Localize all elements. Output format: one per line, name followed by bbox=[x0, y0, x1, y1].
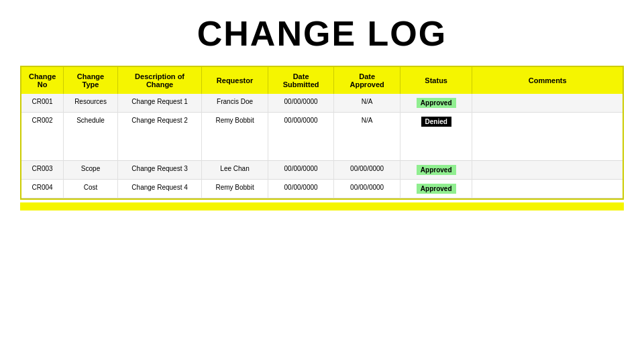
cell-date-approved: N/A bbox=[334, 94, 400, 113]
cell-change-no: CR001 bbox=[21, 94, 64, 113]
cell-description: Change Request 1 bbox=[117, 94, 201, 113]
cell-date-approved: N/A bbox=[334, 113, 400, 161]
cell-date-submitted: 00/00/0000 bbox=[268, 113, 334, 161]
change-log-table-wrapper: ChangeNo ChangeType Description ofChange… bbox=[20, 66, 624, 200]
status-badge: Approved bbox=[417, 165, 456, 175]
cell-change-no: CR002 bbox=[21, 113, 64, 161]
footer-bar bbox=[20, 202, 624, 210]
cell-date-submitted: 00/00/0000 bbox=[268, 94, 334, 113]
change-log-table: ChangeNo ChangeType Description ofChange… bbox=[21, 67, 623, 198]
cell-description: Change Request 2 bbox=[117, 113, 201, 161]
col-header-description: Description ofChange bbox=[117, 67, 201, 94]
cell-status: Approved bbox=[400, 161, 472, 180]
page-title: CHANGE LOG bbox=[197, 13, 447, 54]
cell-requestor: Remy Bobbit bbox=[202, 180, 268, 198]
cell-change-type: Scope bbox=[64, 161, 118, 180]
cell-date-approved: 00/00/0000 bbox=[334, 180, 400, 198]
table-header-row: ChangeNo ChangeType Description ofChange… bbox=[21, 67, 623, 94]
status-badge: Approved bbox=[417, 184, 456, 194]
cell-comments bbox=[472, 180, 623, 198]
cell-comments bbox=[472, 113, 623, 161]
col-header-requestor: Requestor bbox=[202, 67, 268, 94]
col-header-change-type: ChangeType bbox=[64, 67, 118, 94]
cell-change-type: Schedule bbox=[64, 113, 118, 161]
cell-status: Approved bbox=[400, 94, 472, 113]
cell-date-submitted: 00/00/0000 bbox=[268, 161, 334, 180]
cell-comments bbox=[472, 94, 623, 113]
cell-comments bbox=[472, 161, 623, 180]
cell-date-approved: 00/00/0000 bbox=[334, 161, 400, 180]
status-badge: Approved bbox=[417, 98, 456, 108]
cell-status: Denied bbox=[400, 113, 472, 161]
cell-description: Change Request 3 bbox=[117, 161, 201, 180]
col-header-date-approved: DateApproved bbox=[334, 67, 400, 94]
cell-change-no: CR003 bbox=[21, 161, 64, 180]
col-header-comments: Comments bbox=[472, 67, 623, 94]
cell-date-submitted: 00/00/0000 bbox=[268, 180, 334, 198]
table-body: CR001ResourcesChange Request 1Francis Do… bbox=[21, 94, 623, 198]
cell-requestor: Francis Doe bbox=[202, 94, 268, 113]
cell-requestor: Lee Chan bbox=[202, 161, 268, 180]
cell-status: Approved bbox=[400, 180, 472, 198]
table-row: CR003ScopeChange Request 3Lee Chan00/00/… bbox=[21, 161, 623, 180]
page-container: CHANGE LOG ChangeNo ChangeType Descripti… bbox=[0, 0, 644, 362]
cell-change-type: Cost bbox=[64, 180, 118, 198]
status-badge: Denied bbox=[421, 117, 451, 127]
cell-requestor: Remy Bobbit bbox=[202, 113, 268, 161]
table-row: CR001ResourcesChange Request 1Francis Do… bbox=[21, 94, 623, 113]
col-header-status: Status bbox=[400, 67, 472, 94]
col-header-date-submitted: DateSubmitted bbox=[268, 67, 334, 94]
table-row: CR004CostChange Request 4Remy Bobbit00/0… bbox=[21, 180, 623, 198]
cell-change-no: CR004 bbox=[21, 180, 64, 198]
cell-description: Change Request 4 bbox=[117, 180, 201, 198]
col-header-change-no: ChangeNo bbox=[21, 67, 64, 94]
cell-change-type: Resources bbox=[64, 94, 118, 113]
table-row: CR002ScheduleChange Request 2Remy Bobbit… bbox=[21, 113, 623, 161]
